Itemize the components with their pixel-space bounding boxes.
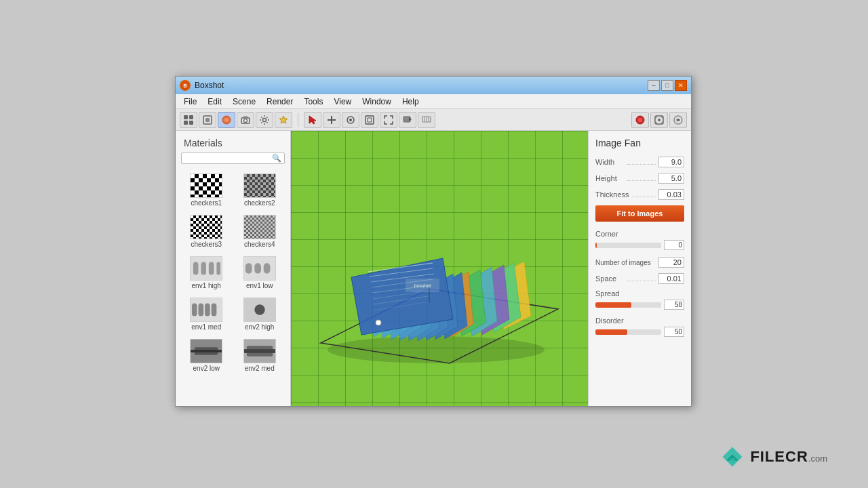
material-grid: checkers1 checkers2 checkers3 checkers4 (176, 168, 290, 378)
tool-add[interactable] (323, 112, 340, 128)
menu-scene[interactable]: Scene (227, 96, 261, 108)
svg-rect-4 (184, 121, 188, 125)
material-env2high[interactable]: env2 high (235, 295, 285, 333)
svg-point-30 (658, 119, 660, 121)
prop-height-label: Height (595, 174, 625, 182)
material-thumb-checkers4 (243, 215, 276, 239)
maximize-button[interactable]: □ (661, 80, 673, 91)
tool-rotate[interactable] (342, 112, 359, 128)
svg-text:boxshot: boxshot (414, 283, 431, 288)
material-label-checkers4: checkers4 (244, 241, 275, 248)
filecr-watermark: FILECR.com (720, 445, 827, 469)
fit-to-images-button[interactable]: Fit to Images (595, 205, 684, 222)
svg-point-18 (349, 119, 352, 121)
3d-scene: boxshot (307, 153, 572, 384)
svg-point-32 (661, 117, 663, 118)
material-label-env1low: env1 low (246, 282, 273, 289)
tool-right-3[interactable] (669, 112, 687, 128)
corner-section: Corner (595, 230, 684, 250)
prop-width-input[interactable] (658, 157, 684, 167)
disorder-slider-value[interactable] (664, 327, 684, 337)
material-thumb-env1med (190, 298, 222, 322)
material-checkers2[interactable]: checkers2 (235, 171, 285, 209)
material-env1high[interactable]: env1 high (181, 253, 232, 292)
material-label-env1high: env1 high (192, 282, 221, 289)
disorder-label: Disorder (595, 317, 684, 325)
tool-materials[interactable] (218, 112, 235, 128)
toolbar-separator-1 (298, 113, 298, 127)
svg-marker-14 (309, 116, 316, 124)
tool-render[interactable] (399, 112, 416, 128)
tool-objects[interactable] (180, 112, 197, 128)
tool-right-1[interactable] (631, 112, 649, 128)
material-thumb-env2med (243, 339, 276, 363)
tool-scale[interactable] (361, 112, 378, 128)
search-input[interactable] (184, 155, 272, 163)
svg-rect-19 (366, 116, 374, 124)
prop-space-label: Space (595, 274, 625, 283)
material-label-env2low: env2 low (193, 365, 220, 372)
tool-camera[interactable] (237, 112, 254, 128)
menu-file[interactable]: File (178, 96, 202, 108)
material-env1low[interactable]: env1 low (235, 253, 285, 292)
tool-shapes[interactable] (199, 112, 216, 128)
material-thumb-env1high (190, 256, 222, 281)
prop-space-input[interactable] (658, 273, 684, 284)
material-env1med[interactable]: env1 med (181, 295, 232, 333)
filecr-brand: FILECR (750, 448, 808, 465)
spread-slider-track[interactable] (595, 302, 661, 308)
material-thumb-checkers1 (190, 174, 222, 198)
menu-window[interactable]: Window (357, 96, 397, 108)
prop-thickness-label: Thickness (595, 190, 629, 199)
search-icon[interactable]: 🔍 (272, 154, 281, 163)
tool-right-2[interactable] (650, 112, 668, 128)
tool-fit[interactable] (380, 112, 397, 128)
svg-rect-48 (205, 303, 210, 316)
material-checkers1[interactable]: checkers1 (181, 171, 232, 209)
svg-text:B: B (183, 83, 186, 88)
disorder-slider-row (595, 327, 684, 337)
disorder-slider-track[interactable] (595, 329, 661, 335)
prop-numimages-row: Number of images (595, 257, 684, 268)
window-controls: – □ ✕ (648, 80, 687, 91)
corner-label: Corner (595, 230, 684, 238)
close-button[interactable]: ✕ (675, 80, 687, 91)
tool-effects[interactable] (275, 112, 292, 128)
prop-numimages-input[interactable] (658, 257, 684, 268)
prop-width-label: Width (595, 158, 625, 166)
material-checkers3[interactable]: checkers3 (181, 212, 232, 251)
prop-thickness-dots (632, 192, 656, 197)
tool-select[interactable] (304, 112, 321, 128)
prop-width-row: Width (595, 157, 684, 167)
corner-slider-track[interactable] (595, 243, 661, 248)
viewport[interactable]: boxshot (291, 131, 588, 406)
material-env2low[interactable]: env2 low (181, 336, 232, 375)
svg-rect-20 (368, 118, 372, 122)
material-thumb-checkers3 (190, 215, 222, 239)
svg-rect-37 (193, 262, 199, 274)
filecr-logo-icon (720, 445, 745, 469)
tool-anim[interactable] (418, 112, 435, 128)
svg-rect-7 (205, 118, 210, 122)
spread-slider-value[interactable] (664, 300, 684, 310)
corner-slider-fill (595, 243, 597, 248)
menu-render[interactable]: Render (261, 96, 298, 108)
corner-slider-value[interactable] (664, 240, 684, 250)
menu-edit[interactable]: Edit (202, 96, 227, 108)
menu-bar: File Edit Scene Render Tools View Window… (176, 94, 691, 109)
material-label-env1med: env1 med (191, 323, 221, 331)
menu-help[interactable]: Help (397, 96, 425, 108)
svg-point-12 (263, 118, 267, 121)
menu-tools[interactable]: Tools (298, 96, 328, 108)
material-env2med[interactable]: env2 med (235, 336, 285, 375)
material-label-checkers2: checkers2 (244, 199, 275, 207)
menu-view[interactable]: View (328, 96, 357, 108)
material-checkers4[interactable]: checkers4 (235, 212, 285, 251)
prop-height-input[interactable] (658, 173, 684, 184)
prop-thickness-input[interactable] (658, 189, 684, 200)
disorder-section: Disorder (595, 317, 684, 337)
svg-point-9 (224, 118, 229, 122)
search-inner: 🔍 (181, 152, 285, 164)
minimize-button[interactable]: – (648, 80, 660, 91)
tool-settings[interactable] (256, 112, 273, 128)
